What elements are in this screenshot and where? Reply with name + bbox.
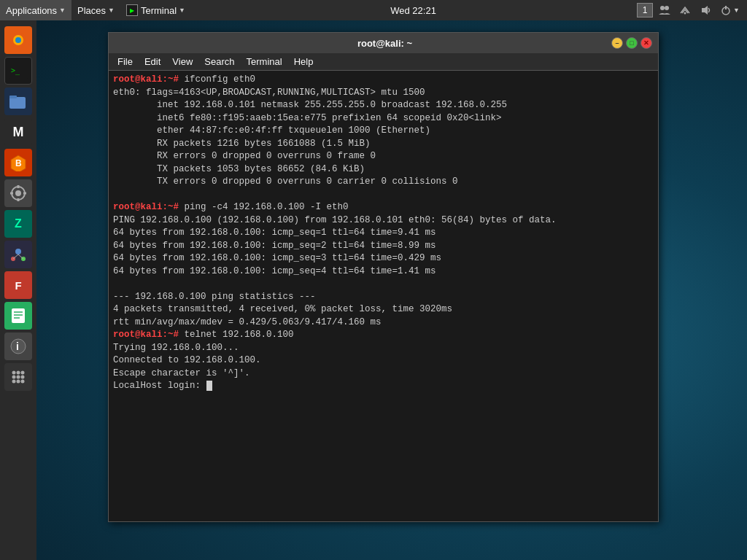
svg-point-39	[17, 380, 20, 384]
svg-rect-12	[9, 96, 17, 98]
window-title: root@kali: ~	[357, 38, 412, 49]
sidebar-icon-burp[interactable]: B	[4, 149, 32, 176]
svg-point-38	[12, 380, 16, 384]
line-11: PING 192.168.0.100 (192.168.0.100) from …	[113, 214, 654, 228]
line-7: RX errors 0 dropped 0 overruns 0 frame 0	[113, 150, 654, 163]
line-9: TX errors 0 dropped 0 overruns 0 carrier…	[113, 176, 654, 189]
svg-text:B: B	[15, 158, 22, 168]
sidebar: >_ M B	[0, 20, 36, 560]
fraida-logo: F	[15, 279, 21, 292]
sidebar-icon-fraida[interactable]: F	[4, 271, 32, 299]
svg-text:i: i	[16, 341, 19, 352]
panel-left: Applications ▼ Places ▼ ▶ Terminal ▼	[0, 0, 191, 20]
maximize-button[interactable]: □	[626, 37, 638, 49]
line-12: 64 bytes from 192.168.0.100: icmp_seq=1 …	[113, 227, 654, 240]
audio-icon-area[interactable]	[695, 0, 716, 20]
svg-point-33	[17, 371, 20, 375]
svg-point-35	[12, 376, 16, 379]
window-controls: – □ ✕	[611, 37, 652, 49]
sidebar-icon-grid[interactable]	[4, 363, 32, 391]
maltego-icon	[9, 246, 27, 263]
applications-menu[interactable]: Applications ▼	[0, 0, 71, 20]
line-5: ether 44:87:fc:e0:4f:ff txqueuelen 1000 …	[113, 125, 654, 138]
menu-file[interactable]: File	[112, 53, 139, 70]
user-icon-area[interactable]	[654, 0, 675, 20]
svg-point-8	[15, 37, 21, 43]
sidebar-icon-maltego[interactable]	[4, 241, 32, 268]
line-21: Connected to 192.168.0.100.	[113, 354, 654, 368]
menu-terminal[interactable]: Terminal	[241, 53, 288, 70]
menu-search[interactable]: Search	[198, 53, 240, 70]
terminal-menu[interactable]: ▶ Terminal ▼	[120, 0, 191, 20]
svg-line-25	[18, 254, 23, 259]
places-arrow-icon: ▼	[108, 7, 115, 14]
close-button[interactable]: ✕	[640, 37, 652, 49]
svg-rect-26	[12, 308, 25, 323]
line-15: 64 bytes from 192.168.0.100: icmp_seq=4 …	[113, 265, 654, 279]
line-19: root@kali:~# telnet 192.168.0.100	[113, 329, 654, 342]
line-16: --- 192.168.0.100 ping statistics ---	[113, 291, 654, 304]
notes-icon	[9, 307, 27, 324]
burp-icon: B	[9, 154, 27, 171]
line-1: root@kali:~# ifconfig eth0	[113, 74, 654, 87]
svg-rect-11	[9, 97, 26, 109]
applications-arrow-icon: ▼	[59, 7, 66, 14]
line-6: RX packets 1216 bytes 1661088 (1.5 MiB)	[113, 138, 654, 151]
audio-icon	[700, 4, 711, 16]
line-blank-2	[113, 278, 654, 291]
meta-logo: M	[13, 125, 24, 140]
top-panel: Applications ▼ Places ▼ ▶ Terminal ▼ Wed…	[0, 0, 747, 20]
zaproxy-logo: Z	[15, 217, 22, 230]
sidebar-icon-terminal[interactable]: >_	[4, 57, 32, 85]
menu-edit[interactable]: Edit	[139, 53, 166, 70]
power-icon	[720, 4, 732, 16]
svg-rect-17	[18, 185, 20, 188]
grid-icon	[10, 369, 26, 385]
terminal-window: root@kali: ~ – □ ✕ File Edit View Search…	[108, 32, 659, 522]
line-13: 64 bytes from 192.168.0.100: icmp_seq=2 …	[113, 240, 654, 253]
terminal-output[interactable]: root@kali:~# ifconfig eth0 eth0: flags=4…	[109, 71, 658, 521]
menu-help[interactable]: Help	[288, 53, 320, 70]
svg-point-37	[21, 376, 25, 379]
sidebar-icon-about[interactable]: i	[4, 332, 32, 360]
svg-point-21	[15, 249, 21, 254]
line-10: root@kali:~# ping -c4 192.168.0.100 -I e…	[113, 201, 654, 214]
users-icon	[659, 4, 670, 16]
line-14: 64 bytes from 192.168.0.100: icmp_seq=3 …	[113, 252, 654, 265]
desktop: Applications ▼ Places ▼ ▶ Terminal ▼ Wed…	[0, 0, 747, 560]
line-4: inet6 fe80::f195:aaeb:15ea:e775 prefixle…	[113, 112, 654, 125]
power-icon-area[interactable]: ▼	[716, 0, 744, 20]
svg-text:>_: >_	[11, 66, 20, 75]
workspace-badge[interactable]: 1	[637, 3, 653, 18]
line-20: Trying 192.168.0.100...	[113, 342, 654, 355]
svg-point-40	[21, 380, 25, 384]
menu-view[interactable]: View	[166, 53, 198, 70]
network-icon-area[interactable]	[675, 0, 695, 20]
svg-rect-20	[23, 192, 26, 195]
terminal-app-icon: >_	[9, 63, 28, 79]
svg-rect-18	[18, 198, 20, 201]
minimize-button[interactable]: –	[611, 37, 623, 49]
svg-point-0	[660, 6, 665, 10]
svg-point-34	[21, 371, 25, 375]
sidebar-icon-notes[interactable]	[4, 302, 32, 330]
sidebar-icon-settings[interactable]	[4, 179, 32, 207]
sidebar-icon-files[interactable]	[4, 88, 32, 115]
panel-right: 1	[635, 0, 747, 20]
sidebar-icon-meta[interactable]: M	[4, 118, 32, 146]
power-arrow-icon: ▼	[733, 7, 740, 14]
places-menu[interactable]: Places ▼	[71, 0, 120, 20]
line-22: Escape character is '^]'.	[113, 368, 654, 381]
firefox-icon	[8, 30, 28, 50]
cursor	[206, 381, 212, 391]
svg-point-16	[15, 190, 21, 196]
svg-marker-3	[702, 6, 708, 15]
svg-rect-19	[10, 192, 13, 195]
sidebar-icon-firefox[interactable]	[4, 26, 32, 54]
terminal-arrow-icon: ▼	[179, 7, 185, 14]
line-23: LocalHost login:	[113, 380, 654, 393]
settings-icon	[9, 184, 27, 202]
line-2: eth0: flags=4163<UP,BROADCAST,RUNNING,MU…	[113, 87, 654, 100]
sidebar-icon-zaproxy[interactable]: Z	[4, 210, 32, 238]
line-18: rtt min/avg/max/mdev = 0.429/5.063/9.417…	[113, 316, 654, 330]
